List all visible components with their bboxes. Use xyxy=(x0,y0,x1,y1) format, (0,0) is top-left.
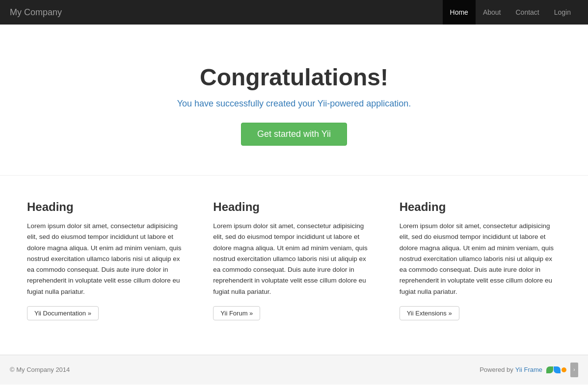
feature-1-heading: Heading xyxy=(27,200,188,214)
scroll-indicator: › xyxy=(570,363,578,377)
nav-item-contact[interactable]: Contact xyxy=(508,0,546,25)
nav-link-login[interactable]: Login xyxy=(547,0,578,25)
feature-3-button[interactable]: Yii Extensions » xyxy=(400,306,459,320)
get-started-button[interactable]: Get started with Yii xyxy=(241,123,347,146)
footer-left: © My Company 2014 xyxy=(10,366,70,373)
feature-col-2: Heading Lorem ipsum dolor sit amet, cons… xyxy=(201,195,387,325)
feature-1-body: Lorem ipsum dolor sit amet, consectetur … xyxy=(27,221,188,297)
feature-2-heading: Heading xyxy=(213,200,374,214)
footer: © My Company 2014 Powered by Yii Frame › xyxy=(0,355,588,385)
footer-yii-link[interactable]: Yii Frame xyxy=(515,366,542,373)
feature-2-body: Lorem ipsum dolor sit amet, consectetur … xyxy=(213,221,374,297)
hero-subtext-before: You have successfully created your xyxy=(177,99,318,108)
feature-3-heading: Heading xyxy=(400,200,561,214)
footer-powered-by: Powered by xyxy=(480,366,513,373)
yii-logo xyxy=(546,366,566,373)
nav-link-home[interactable]: Home xyxy=(443,0,476,25)
nav-link-about[interactable]: About xyxy=(476,0,508,25)
hero-subtext-after: application. xyxy=(364,99,411,108)
hero-subtext: You have successfully created your Yii-p… xyxy=(10,99,578,109)
feature-col-3: Heading Lorem ipsum dolor sit amet, cons… xyxy=(387,195,573,325)
logo-leaf-3 xyxy=(561,367,566,372)
logo-leaf-1 xyxy=(546,366,553,373)
feature-2-button[interactable]: Yii Forum » xyxy=(213,306,260,320)
footer-right: Powered by Yii Frame › xyxy=(480,363,578,377)
feature-3-body: Lorem ipsum dolor sit amet, consectetur … xyxy=(400,221,561,297)
hero-heading: Congratulations! xyxy=(10,64,578,91)
hero-section: Congratulations! You have successfully c… xyxy=(0,25,588,175)
feature-1-button[interactable]: Yii Documentation » xyxy=(27,306,99,320)
nav-item-home[interactable]: Home xyxy=(443,0,476,25)
feature-col-1: Heading Lorem ipsum dolor sit amet, cons… xyxy=(15,195,201,325)
navbar: My Company Home About Contact Login xyxy=(0,0,588,25)
nav-link-contact[interactable]: Contact xyxy=(508,0,546,25)
nav-item-about[interactable]: About xyxy=(476,0,508,25)
nav-item-login[interactable]: Login xyxy=(547,0,578,25)
features-section: Heading Lorem ipsum dolor sit amet, cons… xyxy=(0,175,588,355)
logo-leaf-2 xyxy=(554,366,561,373)
hero-subtext-highlight: Yii-powered xyxy=(318,99,364,108)
nav-menu: Home About Contact Login xyxy=(443,0,578,25)
navbar-brand[interactable]: My Company xyxy=(10,7,62,18)
